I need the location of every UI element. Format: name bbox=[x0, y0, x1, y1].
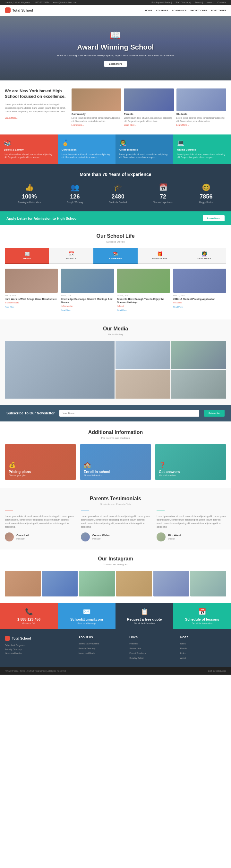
insta-img-3[interactable] bbox=[79, 571, 115, 596]
footer-more-link-4[interactable]: About bbox=[180, 657, 186, 659]
contact-email[interactable]: ✉️ School@gmail.com Send us a Message bbox=[58, 603, 116, 629]
footer-more-link-2[interactable]: Events bbox=[180, 647, 187, 650]
tab-courses[interactable]: 📚 Courses bbox=[93, 248, 138, 264]
stat-passing: 👍 100% Passing to Universities bbox=[18, 183, 41, 203]
tab-news[interactable]: 📰 News bbox=[5, 248, 49, 264]
nav-courses[interactable]: COURSES bbox=[156, 9, 168, 12]
contacts-link[interactable]: Contacts bbox=[217, 1, 226, 4]
card3-readmore[interactable]: Read More bbox=[117, 309, 127, 311]
footer-more-title: More bbox=[180, 636, 226, 639]
about-section: We are New York based High School focuse… bbox=[0, 81, 231, 134]
answers-card[interactable]: ❓ Get answers More information bbox=[155, 444, 226, 480]
top-bar: London, United Kingdom 1-800-222-5234 em… bbox=[0, 0, 231, 5]
service-online[interactable]: 💻 Online Courses Lorem ipsum dolor sit a… bbox=[173, 134, 231, 164]
tab-teachers[interactable]: 👩‍🏫 Teachers bbox=[182, 248, 226, 264]
service-teachers[interactable]: 👨‍🏫 Great Teachers Lorem ipsum dolor sit… bbox=[116, 134, 173, 164]
students-link[interactable]: Learn More... bbox=[177, 124, 189, 126]
card4-date: Nov 22, 2016 bbox=[173, 295, 226, 297]
insta-img-5[interactable] bbox=[153, 571, 189, 596]
pricing-title: Pricing plans bbox=[9, 470, 31, 473]
email-link[interactable]: email@total-school.com bbox=[53, 1, 77, 4]
community-image bbox=[72, 89, 121, 111]
teachers-tab-label: Teachers bbox=[197, 257, 211, 260]
card3-title: Students Have Enough Time to Enjoy the S… bbox=[117, 298, 170, 304]
phone: 1-800-222-5234 bbox=[33, 1, 49, 4]
newsletter-input[interactable] bbox=[60, 410, 199, 416]
hero-section: 📖 Award Winning School Since its foundin… bbox=[0, 16, 231, 81]
footer-link-4[interactable]: Sunday Safari bbox=[129, 657, 144, 659]
tab-events[interactable]: 📅 Events bbox=[49, 248, 93, 264]
logo[interactable]: Total School bbox=[5, 7, 33, 13]
life-card-1: Jun 19, 2016 Hard Work Is What Brings Gr… bbox=[5, 269, 58, 311]
books-desc: Lorem ipsum dolor sit amet, consectetuer… bbox=[4, 153, 54, 159]
nav-academics[interactable]: ACADEMICS bbox=[172, 9, 186, 12]
media-image-5[interactable] bbox=[171, 370, 226, 399]
insta-img-1[interactable] bbox=[5, 571, 41, 596]
about-learn-more[interactable]: Learn More... bbox=[5, 117, 18, 119]
test2-info: Connor Walker Manager bbox=[92, 534, 111, 540]
media-image-2[interactable] bbox=[116, 341, 170, 369]
footer-more-link-3[interactable]: Links bbox=[180, 652, 186, 654]
about-description: Lorem ipsum dolor sit amet, consectetuer… bbox=[5, 103, 67, 114]
footer-about-link-1[interactable]: Schools & Programs bbox=[79, 643, 99, 645]
community-link[interactable]: Learn More... bbox=[72, 124, 84, 126]
events-link[interactable]: Events bbox=[195, 1, 201, 4]
card4-readmore[interactable]: Read More bbox=[173, 306, 183, 308]
years-label: Years of experience bbox=[153, 201, 173, 203]
footer-link-1[interactable]: First link bbox=[129, 643, 138, 645]
credit-link[interactable]: Built by CobaltApps bbox=[208, 670, 226, 672]
footer-about-link-2[interactable]: Faculty Directory bbox=[79, 647, 95, 650]
enroll-card[interactable]: 🏫 Enroll in school Student Admission bbox=[80, 444, 151, 480]
life-tabs: 📰 News 📅 Events 📚 Courses 🎁 Donations 👩‍… bbox=[5, 248, 226, 264]
books-title: Books & Library bbox=[4, 148, 54, 151]
card3-category: In Local bbox=[117, 305, 170, 307]
nav-post-types[interactable]: POST TYPES bbox=[211, 9, 226, 12]
nav-shortcodes[interactable]: SHORTCODES bbox=[190, 9, 207, 12]
instagram-grid bbox=[5, 571, 226, 596]
apply-learn-more-button[interactable]: Learn More bbox=[203, 215, 225, 221]
media-image-3[interactable] bbox=[171, 341, 226, 369]
footer-brand: Total School Schools & ProgramsFaculty D… bbox=[5, 636, 74, 661]
additional-title: Additional Information bbox=[5, 430, 226, 435]
insta-img-2[interactable] bbox=[42, 571, 78, 596]
answers-title: Get answers bbox=[159, 470, 180, 473]
location: London, United Kingdom bbox=[5, 1, 30, 4]
contact-schedule[interactable]: 📅 Schedule of lessons Get all the Inform… bbox=[173, 603, 231, 629]
about-text: We are New York based High School focuse… bbox=[5, 89, 67, 126]
news-link[interactable]: News bbox=[206, 1, 213, 4]
community-title: Community bbox=[72, 113, 121, 116]
tab-donations[interactable]: 🎁 Donations bbox=[138, 248, 182, 264]
card2-readmore[interactable]: Read More bbox=[61, 309, 71, 311]
hero-learn-more-button[interactable]: Learn More bbox=[104, 61, 127, 67]
employment-link[interactable]: Employment Portal bbox=[151, 1, 170, 4]
books-icon: 📚 bbox=[4, 139, 54, 146]
contact-phone[interactable]: 📞 1-888-123-456 Give us a Call bbox=[0, 603, 58, 629]
test1-info: Grace Hall Manager bbox=[16, 534, 29, 540]
schedule-icon: 📅 bbox=[177, 608, 227, 615]
service-books[interactable]: 📚 Books & Library Lorem ipsum dolor sit … bbox=[0, 134, 58, 164]
media-image-4[interactable] bbox=[116, 370, 170, 399]
pricing-card[interactable]: 💰 Pricing plans Choose your plan bbox=[5, 444, 76, 480]
online-title: Online Courses bbox=[177, 148, 227, 151]
card1-readmore[interactable]: Read More bbox=[5, 306, 14, 308]
staff-link[interactable]: Staff Directory bbox=[176, 1, 190, 4]
footer-link-2[interactable]: Second link bbox=[129, 647, 141, 650]
insta-img-6[interactable] bbox=[190, 571, 226, 596]
footer-link-3[interactable]: Parent Teachers bbox=[129, 652, 146, 654]
news-tab-label: News bbox=[23, 257, 31, 260]
test3-text: Lorem ipsum dolor sit amet, consectetuer… bbox=[157, 515, 226, 529]
footer-more-link-1[interactable]: News bbox=[180, 643, 186, 645]
about-images: Community Lorem ipsum dolor sit amet, co… bbox=[72, 89, 226, 126]
footer-more: More News Events Links About bbox=[180, 636, 226, 661]
media-image-1[interactable] bbox=[5, 341, 115, 399]
service-certification[interactable]: 🏅 Certification Lorem ipsum dolor sit am… bbox=[58, 134, 116, 164]
test2-avatar bbox=[81, 532, 90, 541]
test2-line bbox=[81, 510, 89, 511]
insta-img-4[interactable] bbox=[116, 571, 152, 596]
newsletter-subscribe-button[interactable]: Subscribe bbox=[204, 410, 225, 416]
pricing-content: 💰 Pricing plans Choose your plan bbox=[5, 458, 35, 480]
nav-home[interactable]: HOME bbox=[145, 9, 152, 12]
footer-about-link-3[interactable]: News and Media bbox=[79, 652, 95, 654]
parents-link[interactable]: Learn More... bbox=[124, 124, 137, 126]
contact-quote[interactable]: 📋 Request a free quote Get all the Infor… bbox=[116, 603, 173, 629]
